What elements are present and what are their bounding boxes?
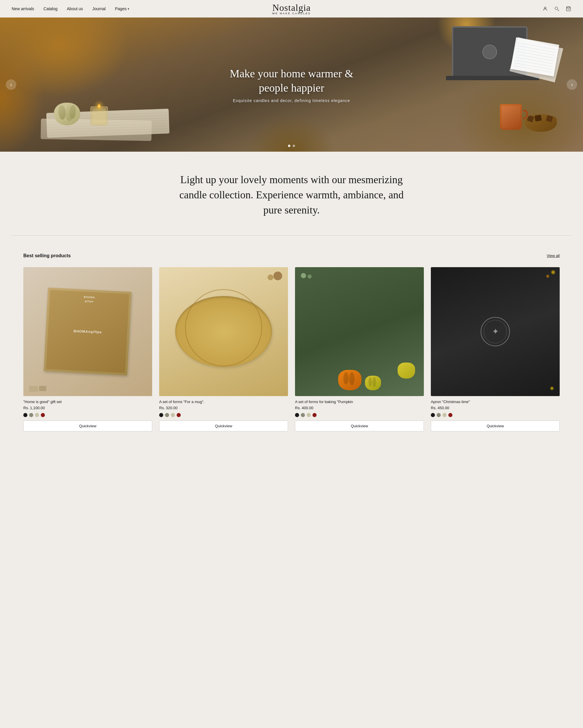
nav-link-new-arrivals[interactable]: New arrivals <box>12 6 34 11</box>
products-section: Best selling products View all BHOMAgift… <box>0 236 583 449</box>
products-title: Best selling products <box>23 253 71 258</box>
view-all-link[interactable]: View all <box>547 254 560 258</box>
swatch-black-3[interactable] <box>295 413 299 417</box>
swatch-beige-4[interactable] <box>443 413 447 417</box>
hero-heading: Make your home warmer &people happier <box>230 67 353 95</box>
swatch-beige-1[interactable] <box>35 413 39 417</box>
hero-section: ‹ Make your home warmer &people happier … <box>0 18 583 152</box>
tagline-section: Light up your lovely moments with our me… <box>0 152 583 235</box>
swatch-beige-2[interactable] <box>171 413 175 417</box>
logo-tagline: WE MAKE CANDLES <box>272 12 311 15</box>
product-price-1: Rs. 1,100.00 <box>23 406 152 410</box>
product-card-3: A set of forms for baking "Pumpkin Rs. 4… <box>295 267 424 432</box>
nav-links: New arrivals Catalog About us Journal Pa… <box>12 6 129 11</box>
hero-dots <box>288 145 295 147</box>
search-icon[interactable] <box>554 6 560 12</box>
product-swatches-1 <box>23 413 152 417</box>
swatch-red-3[interactable] <box>312 413 316 417</box>
hero-prev-button[interactable]: ‹ <box>6 79 16 90</box>
product-card-4: ✦ Apron "Christmas time" Rs. 450.00 Quic… <box>431 267 560 432</box>
hero-next-button[interactable]: › <box>567 79 577 90</box>
product-name-2: A set of forms "For a mug". <box>159 399 288 404</box>
nav-pages-label: Pages <box>115 6 127 11</box>
swatch-red-4[interactable] <box>448 413 452 417</box>
account-icon[interactable] <box>542 6 548 12</box>
tagline-text: Light up your lovely moments with our me… <box>175 172 408 218</box>
cart-icon[interactable] <box>565 6 571 12</box>
nav-link-journal[interactable]: Journal <box>92 6 106 11</box>
product-swatches-2 <box>159 413 288 417</box>
swatch-black-4[interactable] <box>431 413 435 417</box>
swatch-beige-3[interactable] <box>307 413 311 417</box>
product-price-3: Rs. 400.00 <box>295 406 424 410</box>
product-image-2[interactable] <box>159 267 288 396</box>
product-image-4[interactable]: ✦ <box>431 267 560 396</box>
product-price-4: Rs. 450.00 <box>431 406 560 410</box>
swatch-gray-4[interactable] <box>437 413 441 417</box>
quickview-button-1[interactable]: Quickview <box>23 421 152 432</box>
swatch-black-1[interactable] <box>23 413 27 417</box>
hero-dot-2[interactable] <box>293 145 295 147</box>
swatch-gray-2[interactable] <box>165 413 169 417</box>
quickview-button-2[interactable]: Quickview <box>159 421 288 432</box>
svg-line-2 <box>558 10 559 11</box>
swatch-black-2[interactable] <box>159 413 163 417</box>
nav-actions <box>542 6 571 12</box>
nav-pages-dropdown[interactable]: Pages ▾ <box>115 6 129 11</box>
quickview-button-3[interactable]: Quickview <box>295 421 424 432</box>
products-header: Best selling products View all <box>23 253 560 258</box>
logo-brand: Nostalgia <box>272 2 311 13</box>
nav-link-about-us[interactable]: About us <box>67 6 83 11</box>
product-price-2: Rs. 320.00 <box>159 406 288 410</box>
product-name-3: A set of forms for baking "Pumpkin <box>295 399 424 404</box>
product-swatches-3 <box>295 413 424 417</box>
quickview-button-4[interactable]: Quickview <box>431 421 560 432</box>
chevron-down-icon: ▾ <box>128 7 129 10</box>
product-name-1: "Home is good" gift set <box>23 399 152 404</box>
nav-link-catalog[interactable]: Catalog <box>44 6 57 11</box>
svg-point-0 <box>544 7 546 9</box>
hero-content: Make your home warmer &people happier Ex… <box>230 67 353 103</box>
product-name-4: Apron "Christmas time" <box>431 399 560 404</box>
product-image-3[interactable] <box>295 267 424 396</box>
main-nav: New arrivals Catalog About us Journal Pa… <box>0 0 583 18</box>
product-image-1[interactable]: BHOMAgiftpe <box>23 267 152 396</box>
product-swatches-4 <box>431 413 560 417</box>
hero-subheading: Exquisite candles and decor, defining ti… <box>230 98 353 103</box>
swatch-gray-1[interactable] <box>29 413 33 417</box>
product-card-2: A set of forms "For a mug". Rs. 320.00 Q… <box>159 267 288 432</box>
swatch-red-2[interactable] <box>177 413 181 417</box>
products-grid: BHOMAgiftpe "Home is good" gift set Rs. … <box>23 267 560 432</box>
hero-dot-1[interactable] <box>288 145 290 147</box>
swatch-red-1[interactable] <box>41 413 45 417</box>
swatch-gray-3[interactable] <box>301 413 305 417</box>
product-card-1: BHOMAgiftpe "Home is good" gift set Rs. … <box>23 267 152 432</box>
site-logo[interactable]: Nostalgia WE MAKE CANDLES <box>272 3 311 15</box>
svg-point-1 <box>555 7 558 10</box>
